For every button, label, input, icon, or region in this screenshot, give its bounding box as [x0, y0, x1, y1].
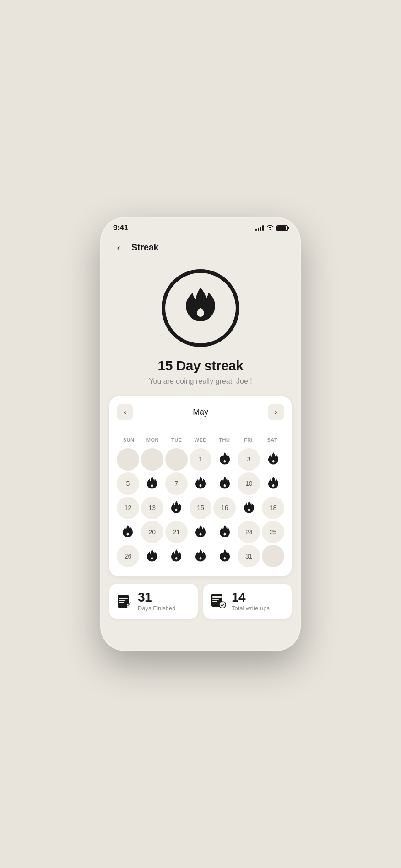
- calendar-cell[interactable]: [190, 545, 212, 567]
- flame-cell-icon: [219, 525, 230, 539]
- flame-cell-icon: [146, 549, 157, 564]
- calendar-cell[interactable]: [213, 472, 236, 495]
- calendar-cell[interactable]: [165, 497, 188, 519]
- flame-cell-icon: [171, 500, 182, 515]
- calendar-grid: 1 3 5 7 10 1213 1516 18 2021: [117, 448, 284, 567]
- flame-cell-icon: [268, 452, 279, 467]
- day-label-sun: SUN: [117, 435, 141, 445]
- flame-cell-icon: [244, 500, 255, 515]
- calendar-cell[interactable]: [190, 521, 212, 543]
- streak-subtitle: You are doing really great, Joe !: [109, 377, 292, 385]
- calendar-cell[interactable]: 5: [117, 472, 139, 495]
- day-label-tue: TUE: [165, 435, 189, 445]
- back-arrow-icon: ‹: [117, 242, 120, 253]
- streak-title: 15 Day streak: [109, 358, 292, 374]
- stat-total-writeups: 14 Total write ups: [203, 584, 292, 619]
- svg-point-12: [219, 602, 226, 608]
- days-finished-number: 31: [138, 591, 175, 604]
- calendar-month: May: [193, 407, 208, 417]
- signal-icon: [255, 225, 264, 231]
- day-label-mon: MON: [141, 435, 164, 445]
- calendar-cell[interactable]: 25: [262, 521, 284, 543]
- calendar-cell: [262, 545, 284, 567]
- flame-cell-icon: [219, 452, 230, 467]
- phone-frame: 9:41 ‹ Streak: [100, 217, 301, 651]
- total-writeups-icon: [210, 592, 226, 611]
- calendar-cell[interactable]: [238, 497, 260, 519]
- calendar-cell[interactable]: 26: [117, 545, 139, 567]
- calendar-cell[interactable]: [213, 521, 236, 543]
- days-finished-icon: [116, 592, 132, 611]
- flame-cell-icon: [219, 549, 230, 564]
- status-time: 9:41: [113, 223, 128, 233]
- day-label-thu: THU: [212, 435, 236, 445]
- status-bar: 9:41: [100, 217, 301, 235]
- flame-cell-icon: [195, 549, 206, 564]
- flame-cell-icon: [219, 476, 230, 491]
- total-writeups-text: 14 Total write ups: [232, 591, 270, 612]
- svg-rect-9: [212, 597, 222, 598]
- calendar-cell[interactable]: 1: [190, 448, 212, 471]
- svg-rect-11: [212, 601, 217, 602]
- flame-cell-icon: [195, 525, 206, 539]
- wifi-icon: [266, 224, 274, 232]
- flame-circle: [162, 269, 239, 347]
- calendar-cell[interactable]: 20: [141, 521, 163, 543]
- calendar-cell[interactable]: 7: [165, 472, 188, 495]
- total-writeups-label: Total write ups: [232, 605, 270, 612]
- calendar-cell[interactable]: [262, 472, 284, 495]
- flame-cell-icon: [268, 476, 279, 491]
- calendar-next-button[interactable]: ›: [268, 404, 284, 420]
- svg-rect-8: [212, 596, 222, 597]
- calendar-cell[interactable]: [213, 545, 236, 567]
- calendar-header: ‹ May ›: [117, 404, 284, 420]
- calendar-prev-button[interactable]: ‹: [117, 404, 133, 420]
- stats-row: 31 Days Finished: [109, 584, 292, 619]
- days-finished-text: 31 Days Finished: [138, 591, 175, 612]
- calendar-cell: [117, 448, 139, 471]
- calendar-divider: [117, 428, 284, 428]
- calendar-cell[interactable]: 10: [238, 472, 260, 495]
- flame-icon-large: [184, 286, 217, 331]
- calendar-cell[interactable]: [213, 448, 236, 471]
- battery-icon: [276, 225, 288, 231]
- flame-cell-icon: [146, 476, 157, 491]
- calendar-cell[interactable]: 31: [238, 545, 260, 567]
- calendar-cell[interactable]: 16: [213, 497, 236, 519]
- svg-rect-1: [119, 597, 128, 597]
- status-icons: [255, 224, 288, 232]
- calendar-cell[interactable]: 15: [190, 497, 212, 519]
- svg-rect-4: [119, 602, 124, 603]
- total-writeups-number: 14: [232, 591, 270, 604]
- calendar-cell[interactable]: 3: [238, 448, 260, 471]
- calendar-cell[interactable]: 21: [165, 521, 188, 543]
- day-label-sat: SAT: [260, 435, 284, 445]
- flame-cell-icon: [171, 549, 182, 564]
- calendar-cell[interactable]: [190, 472, 212, 495]
- page-header: ‹ Streak: [100, 235, 301, 262]
- days-finished-label: Days Finished: [138, 605, 175, 612]
- svg-rect-10: [212, 599, 219, 600]
- calendar-cell[interactable]: [141, 545, 163, 567]
- calendar-cell[interactable]: [117, 521, 139, 543]
- day-label-fri: FRI: [236, 435, 260, 445]
- calendar-day-headers: SUN MON TUE WED THU FRI SAT: [117, 435, 284, 445]
- calendar-cell[interactable]: [165, 545, 188, 567]
- day-label-wed: WED: [189, 435, 212, 445]
- calendar-cell[interactable]: [141, 472, 163, 495]
- calendar-cell[interactable]: 12: [117, 497, 139, 519]
- back-button[interactable]: ‹: [111, 240, 126, 255]
- flame-cell-icon: [122, 525, 133, 539]
- main-content: 15 Day streak You are doing really great…: [100, 262, 301, 651]
- stat-days-finished: 31 Days Finished: [109, 584, 198, 619]
- calendar-cell[interactable]: 18: [262, 497, 284, 519]
- calendar-cell: [141, 448, 163, 471]
- calendar-cell[interactable]: 24: [238, 521, 260, 543]
- calendar-cell[interactable]: 13: [141, 497, 163, 519]
- svg-rect-3: [119, 600, 125, 601]
- calendar-cell[interactable]: [262, 448, 284, 471]
- calendar-card: ‹ May › SUN MON TUE WED THU FRI SAT 1 3: [109, 396, 292, 576]
- calendar-cell: [165, 448, 188, 471]
- streak-badge: [109, 262, 292, 358]
- flame-cell-icon: [195, 476, 206, 491]
